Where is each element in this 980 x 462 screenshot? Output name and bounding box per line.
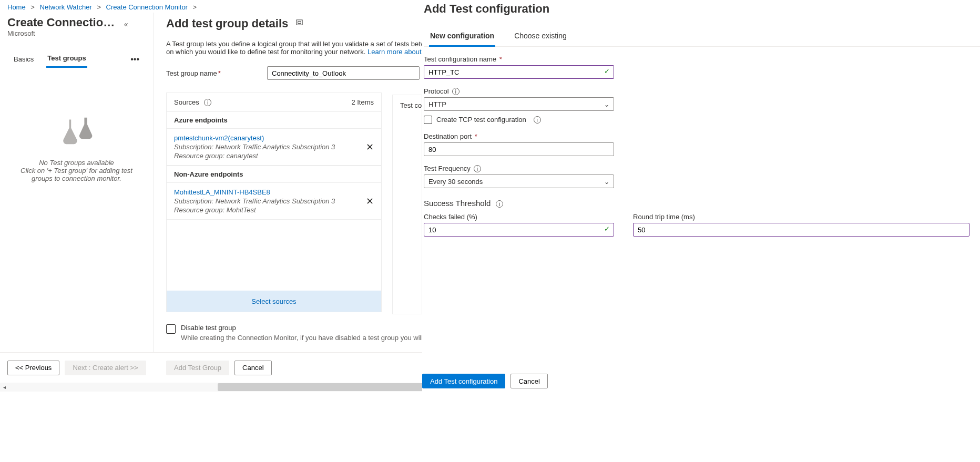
- endpoint-row: MohittestLA_MININT-HB4SBE8 Subscription:…: [167, 183, 381, 220]
- info-icon[interactable]: i: [474, 165, 481, 172]
- add-test-configuration-button[interactable]: Add Test configuration: [422, 374, 505, 388]
- empty-state: No Test groups available Click on '+ Tes…: [6, 68, 147, 182]
- config-name-input[interactable]: [424, 65, 614, 79]
- breadcrumb-sep: >: [30, 3, 35, 11]
- endpoint-rg: Resource group: MohitTest: [174, 206, 366, 214]
- azure-endpoints-header: Azure endpoints: [167, 111, 381, 129]
- required-star: *: [473, 132, 477, 140]
- info-icon[interactable]: i: [496, 200, 503, 208]
- desc-text-a: A Test group lets you define a logical g…: [166, 40, 433, 48]
- sources-count: 2 Items: [351, 98, 374, 106]
- tab-basics[interactable]: Basics: [13, 52, 35, 67]
- desc-text-b: on which you would like to define test f…: [166, 48, 368, 56]
- disable-hint: While creating the Connection Monitor, i…: [181, 334, 432, 342]
- dest-port-label: Destination port *: [424, 132, 980, 140]
- collapse-toggle-icon[interactable]: «: [124, 20, 128, 28]
- group-name-label-text: Test group name: [166, 69, 217, 77]
- page-title: Create Connection…: [6, 13, 122, 29]
- checks-failed-input[interactable]: [424, 223, 614, 237]
- create-tcp-label: Create TCP test configuration: [436, 116, 526, 124]
- test-frequency-label-text: Test Frequency: [424, 165, 471, 172]
- cancel-button[interactable]: Cancel: [234, 361, 271, 375]
- create-tcp-checkbox[interactable]: [424, 116, 432, 124]
- sources-header-text: Sources: [174, 98, 199, 106]
- success-threshold-label: Success Threshold i: [424, 199, 980, 208]
- rtt-label: Round trip time (ms): [633, 213, 969, 221]
- svg-rect-1: [298, 22, 301, 24]
- protocol-label: Protocol i: [424, 87, 980, 95]
- side-panel-title: Add Test configuration: [424, 0, 980, 28]
- checks-failed-label: Checks failed (%): [424, 213, 614, 221]
- left-bottom-bar: << Previous Next : Create alert >>: [0, 352, 154, 383]
- more-menu-icon[interactable]: •••: [130, 55, 139, 64]
- test-frequency-value: Every 30 seconds: [428, 178, 483, 186]
- required-star: *: [497, 55, 502, 63]
- disable-test-group-row: Disable test group While creating the Co…: [166, 324, 422, 342]
- chevron-down-icon: ⌄: [604, 101, 609, 108]
- nonazure-endpoints-header: Non-Azure endpoints: [167, 166, 381, 183]
- tab-test-groups[interactable]: Test groups: [46, 51, 87, 68]
- breadcrumb-network-watcher[interactable]: Network Watcher: [40, 3, 92, 11]
- middle-description: A Test group lets you define a logical g…: [166, 40, 422, 56]
- previous-button[interactable]: << Previous: [7, 361, 59, 375]
- side-cancel-button[interactable]: Cancel: [511, 374, 547, 388]
- breadcrumb-create-monitor[interactable]: Create Connection Monitor: [106, 3, 188, 11]
- disable-checkbox[interactable]: [166, 324, 176, 334]
- left-pane: Create Connection… « Microsoft Basics Te…: [0, 13, 154, 352]
- endpoint-sub: Subscription: Network Traffic Analytics …: [174, 197, 366, 205]
- info-icon[interactable]: i: [452, 88, 460, 95]
- middle-bottom-bar: Add Test Group Cancel: [154, 352, 422, 383]
- valid-check-icon: ✓: [604, 225, 610, 233]
- required-star: *: [218, 69, 221, 77]
- pin-icon[interactable]: [295, 19, 303, 28]
- success-threshold-text: Success Threshold: [424, 199, 491, 208]
- rtt-input[interactable]: [633, 223, 969, 237]
- protocol-label-text: Protocol: [424, 87, 449, 95]
- tab-choose-existing[interactable]: Choose existing: [513, 28, 568, 46]
- test-config-box-header: Test con: [392, 95, 422, 314]
- config-name-label-text: Test configuration name: [424, 55, 496, 63]
- valid-check-icon: ✓: [604, 67, 610, 75]
- dest-port-label-text: Destination port: [424, 132, 472, 140]
- breadcrumb-sep: >: [193, 3, 197, 11]
- test-frequency-label: Test Frequency i: [424, 165, 980, 172]
- disable-label: Disable test group: [181, 324, 432, 332]
- add-test-group-button[interactable]: Add Test Group: [166, 361, 229, 375]
- flask-icon: [6, 115, 147, 148]
- protocol-select[interactable]: HTTP ⌄: [424, 97, 614, 111]
- left-tabbar: Basics Test groups •••: [6, 51, 147, 68]
- sources-box: Sources i 2 Items Azure endpoints pmtest…: [166, 93, 382, 312]
- middle-pane: Add test group details A Test group lets…: [154, 13, 422, 386]
- breadcrumb-sep: >: [97, 3, 101, 11]
- side-bottom-bar: Add Test configuration Cancel: [422, 374, 980, 388]
- protocol-value: HTTP: [428, 100, 446, 108]
- config-name-label: Test configuration name *: [424, 55, 980, 63]
- remove-endpoint-icon[interactable]: ✕: [366, 196, 374, 207]
- empty-line2: Click on '+ Test group' for adding test: [6, 167, 147, 174]
- breadcrumb-home[interactable]: Home: [7, 3, 26, 11]
- sources-header: Sources i: [174, 98, 351, 106]
- chevron-down-icon: ⌄: [604, 178, 609, 186]
- empty-line3: groups to connection monitor.: [6, 174, 147, 182]
- endpoint-row: pmtestchunk-vm2(canarytest) Subscription…: [167, 129, 381, 166]
- svg-rect-0: [297, 20, 302, 25]
- side-panel: Add Test configuration New configuration…: [422, 0, 980, 462]
- next-button[interactable]: Next : Create alert >>: [65, 361, 146, 375]
- endpoint-rg: Resource group: canarytest: [174, 152, 366, 160]
- group-name-input[interactable]: [267, 66, 420, 80]
- scroll-left-arrow-icon[interactable]: ◂: [0, 383, 9, 392]
- info-icon[interactable]: i: [204, 99, 211, 106]
- dest-port-input[interactable]: [424, 142, 614, 156]
- endpoint-name-link[interactable]: MohittestLA_MININT-HB4SBE8: [174, 188, 366, 196]
- middle-title: Add test group details: [166, 17, 288, 30]
- test-frequency-select[interactable]: Every 30 seconds ⌄: [424, 174, 614, 188]
- select-sources-button[interactable]: Select sources: [167, 291, 381, 312]
- endpoint-sub: Subscription: Network Traffic Analytics …: [174, 143, 366, 151]
- group-name-label: Test group name*: [166, 69, 267, 77]
- empty-line1: No Test groups available: [6, 159, 147, 167]
- tab-new-configuration[interactable]: New configuration: [429, 28, 495, 47]
- side-tabbar: New configuration Choose existing: [424, 28, 980, 47]
- endpoint-name-link[interactable]: pmtestchunk-vm2(canarytest): [174, 134, 366, 142]
- info-icon[interactable]: i: [534, 116, 541, 124]
- remove-endpoint-icon[interactable]: ✕: [366, 141, 374, 153]
